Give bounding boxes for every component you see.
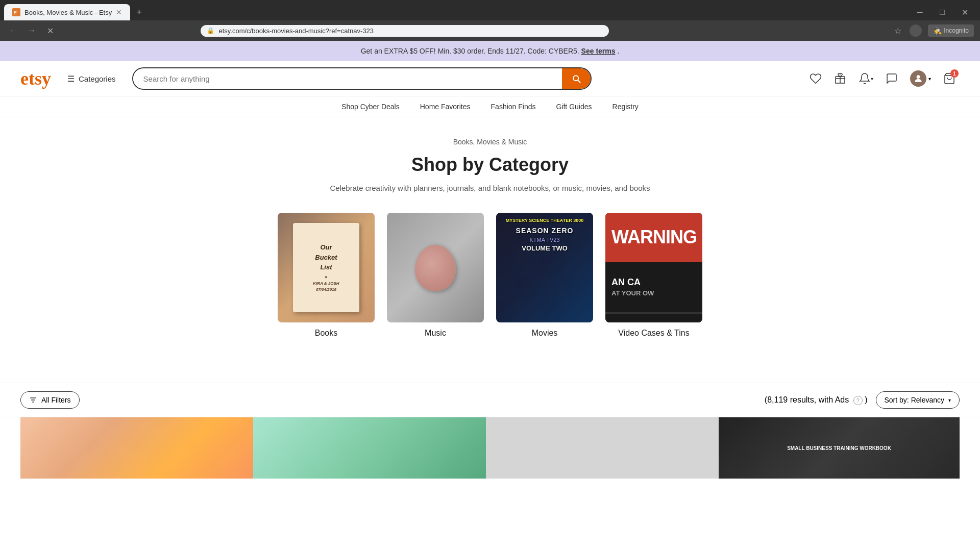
notifications-chevron: ▾ — [871, 76, 873, 82]
messages-button[interactable] — [881, 68, 902, 89]
category-label-movies: Movies — [532, 329, 558, 338]
product-thumb-3[interactable] — [486, 417, 719, 479]
profile-button[interactable]: ▾ — [906, 68, 935, 89]
bookmark-star-icon[interactable]: ☆ — [892, 24, 903, 38]
tab-bar: E Books, Movies & Music - Etsy ✕ + ─ □ ✕ — [0, 0, 980, 20]
wishlist-button[interactable] — [805, 68, 826, 89]
notifications-button[interactable]: ▾ — [854, 68, 877, 89]
search-input[interactable] — [133, 69, 562, 88]
tab-close-button[interactable]: ✕ — [116, 8, 122, 16]
browser-action-buttons: ☆ 🕵 Incognito — [892, 24, 974, 38]
profile-switcher-button[interactable] — [910, 24, 922, 37]
nav-gift-guides[interactable]: Gift Guides — [556, 103, 592, 111]
svg-text:E: E — [14, 10, 17, 15]
category-card-music[interactable]: Music — [387, 213, 484, 338]
filter-icon — [29, 396, 37, 404]
search-icon — [571, 73, 581, 84]
filters-bar: All Filters (8,119 results, with Ads ? )… — [0, 383, 980, 417]
site-nav: Shop Cyber Deals Home Favorites Fashion … — [0, 96, 980, 117]
category-image-video-cases: WARNING AN CA AT YOUR OW — [605, 213, 702, 322]
new-tab-button[interactable]: + — [132, 5, 146, 20]
page-description: Celebrate creativity with planners, jour… — [194, 184, 786, 192]
etsy-logo[interactable]: etsy — [20, 68, 51, 89]
nav-shop-cyber-deals[interactable]: Shop Cyber Deals — [341, 103, 400, 111]
incognito-label: Incognito — [944, 27, 969, 34]
site-wrapper: Get an EXTRA $5 OFF! Min. $30 order. End… — [0, 41, 980, 479]
product-thumb-1[interactable] — [20, 417, 253, 479]
search-bar — [132, 67, 592, 90]
profile-chevron: ▾ — [928, 76, 931, 82]
forward-button[interactable]: → — [24, 23, 39, 38]
categories-menu-button[interactable]: ☰ Categories — [61, 70, 122, 88]
breadcrumb: Books, Movies & Music — [194, 138, 786, 146]
category-grid: OurBucketList ♥ KIRA & JOSH07/04/2019 Bo… — [194, 213, 786, 338]
movies-text: MYSTERY SCIENCE THEATER 3000 SEASON ZERO… — [499, 218, 591, 253]
category-card-video-cases[interactable]: WARNING AN CA AT YOUR OW Video Cases & T… — [605, 213, 702, 338]
category-card-movies[interactable]: MYSTERY SCIENCE THEATER 3000 SEASON ZERO… — [496, 213, 593, 338]
avatar — [910, 70, 926, 87]
search-container — [132, 67, 592, 90]
security-icon: 🔒 — [207, 27, 214, 34]
category-image-books: OurBucketList ♥ KIRA & JOSH07/04/2019 — [278, 213, 375, 322]
promo-see-terms-link[interactable]: See terms — [581, 47, 616, 55]
url-text: etsy.com/c/books-movies-and-music?ref=ca… — [218, 27, 603, 35]
categories-label: Categories — [79, 74, 116, 83]
incognito-button[interactable]: 🕵 Incognito — [928, 24, 974, 37]
search-button[interactable] — [562, 68, 591, 89]
promo-banner: Get an EXTRA $5 OFF! Min. $30 order. End… — [0, 41, 980, 61]
incognito-icon: 🕵 — [933, 27, 942, 35]
category-card-books[interactable]: OurBucketList ♥ KIRA & JOSH07/04/2019 Bo… — [278, 213, 375, 338]
promo-text: Get an EXTRA $5 OFF! Min. $30 order. End… — [361, 47, 579, 55]
filters-right: (8,119 results, with Ads ? ) Sort by: Re… — [765, 391, 960, 409]
nav-registry[interactable]: Registry — [612, 103, 639, 111]
results-info-icon[interactable]: ? — [853, 396, 863, 405]
cart-badge: 1 — [950, 69, 959, 78]
cart-button[interactable]: 1 — [939, 68, 960, 89]
close-window-button[interactable]: ✕ — [958, 5, 972, 19]
gift-icon — [834, 72, 846, 85]
hamburger-icon: ☰ — [67, 74, 75, 84]
tab-title: Books, Movies & Music - Etsy — [24, 9, 112, 16]
book-mockup: OurBucketList ♥ KIRA & JOSH07/04/2019 — [293, 223, 359, 312]
filters-left: All Filters — [20, 391, 80, 409]
header-icons: ▾ ▾ 1 — [805, 68, 960, 89]
product-thumb-2[interactable] — [253, 417, 486, 479]
minimize-button[interactable]: ─ — [913, 5, 927, 19]
main-content: Books, Movies & Music Shop by Category C… — [184, 117, 796, 383]
guitar-pick-image — [415, 245, 456, 291]
promo-period: . — [617, 47, 619, 55]
bell-icon — [859, 72, 871, 85]
browser-chrome: E Books, Movies & Music - Etsy ✕ + ─ □ ✕… — [0, 0, 980, 41]
sort-chevron-icon: ▾ — [948, 397, 951, 403]
all-filters-button[interactable]: All Filters — [20, 391, 80, 409]
products-preview-row: SMALL BUSINESS TRAINING WORKBOOK — [0, 417, 980, 479]
category-image-movies: MYSTERY SCIENCE THEATER 3000 SEASON ZERO… — [496, 213, 593, 322]
svg-point-2 — [917, 75, 920, 79]
category-image-music — [387, 213, 484, 322]
all-filters-label: All Filters — [41, 396, 71, 404]
product-thumb-4[interactable]: SMALL BUSINESS TRAINING WORKBOOK — [719, 417, 960, 479]
results-count: (8,119 results, with Ads ? ) — [765, 395, 868, 405]
site-header: etsy ☰ Categories ▾ — [0, 61, 980, 96]
active-tab[interactable]: E Books, Movies & Music - Etsy ✕ — [4, 4, 130, 20]
category-label-books: Books — [315, 329, 337, 338]
back-button[interactable]: ← — [6, 23, 20, 38]
page-title: Shop by Category — [194, 154, 786, 176]
restore-button[interactable]: □ — [935, 5, 949, 19]
category-label-video-cases: Video Cases & Tins — [618, 329, 689, 338]
category-label-music: Music — [425, 329, 446, 338]
nav-home-favorites[interactable]: Home Favorites — [420, 103, 471, 111]
messages-icon — [886, 72, 898, 85]
reload-button[interactable]: ✕ — [43, 23, 57, 38]
warning-image: WARNING AN CA AT YOUR OW — [605, 213, 702, 322]
sort-button[interactable]: Sort by: Relevancy ▾ — [876, 391, 960, 409]
nav-fashion-finds[interactable]: Fashion Finds — [491, 103, 536, 111]
gift-button[interactable] — [830, 68, 850, 89]
address-bar[interactable]: 🔒 etsy.com/c/books-movies-and-music?ref=… — [201, 25, 609, 37]
browser-controls-bar: ← → ✕ 🔒 etsy.com/c/books-movies-and-musi… — [0, 20, 980, 41]
heart-icon — [810, 72, 822, 85]
sort-label: Sort by: Relevancy — [885, 396, 945, 404]
tab-favicon: E — [12, 8, 20, 16]
